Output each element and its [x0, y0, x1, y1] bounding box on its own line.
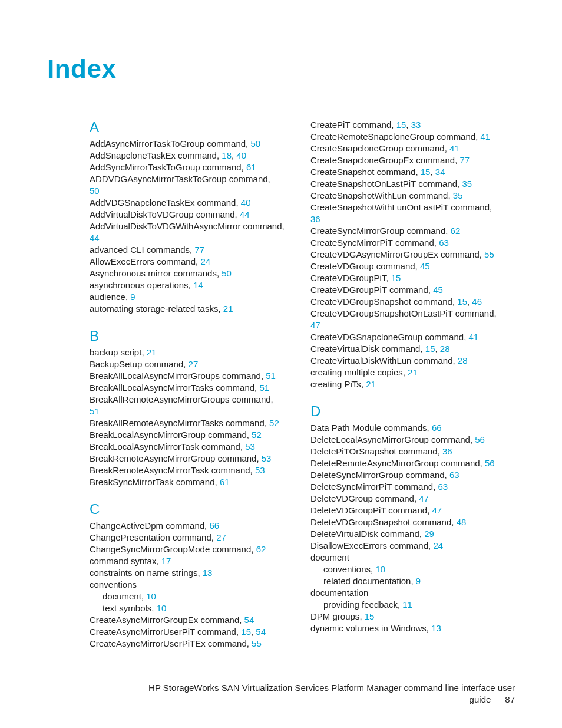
page-reference[interactable]: 56 — [475, 434, 485, 444]
index-entry: DPM groups, 15 — [310, 611, 514, 622]
page-reference[interactable]: 10 — [146, 591, 156, 601]
page-reference[interactable]: 35 — [462, 179, 472, 189]
page-reference[interactable]: 51 — [266, 371, 276, 381]
page-reference[interactable]: 15 — [425, 344, 435, 354]
page-reference[interactable]: 36 — [310, 214, 320, 224]
index-entry: AddSnapcloneTaskEx command, 18, 40 — [90, 150, 293, 162]
page-reference[interactable]: 10 — [375, 564, 385, 574]
page-reference[interactable]: 51 — [90, 406, 100, 416]
entry-text: related documentation — [323, 576, 411, 586]
index-entry: CreateAsyncMirrorUserPiTEx command, 55 — [90, 638, 293, 650]
page-reference[interactable]: 55 — [484, 249, 494, 259]
entry-text: BreakLocalAsyncMirrorTask command — [90, 442, 240, 452]
page-reference[interactable]: 11 — [402, 599, 412, 610]
page-reference[interactable]: 66 — [209, 521, 219, 531]
page-reference[interactable]: 41 — [481, 131, 491, 141]
page-reference[interactable]: 53 — [255, 465, 265, 475]
page-reference[interactable]: 63 — [438, 482, 448, 492]
page-reference[interactable]: 24 — [433, 541, 443, 551]
page-reference[interactable]: 50 — [90, 186, 100, 196]
index-entry: AddVirtualDiskToVDGroup command, 44 — [90, 209, 293, 220]
index-entry: BreakRemoteAsyncMirrorTask command, 53 — [90, 465, 293, 476]
entry-text: automating storage-related tasks — [90, 304, 218, 314]
page-reference[interactable]: 56 — [485, 458, 495, 468]
page-reference[interactable]: 40 — [236, 150, 246, 160]
page-reference[interactable]: 47 — [432, 505, 442, 515]
page-reference[interactable]: 21 — [366, 379, 376, 389]
page-reference[interactable]: 9 — [416, 576, 421, 586]
page-reference[interactable]: 13 — [431, 623, 441, 633]
page-reference[interactable]: 14 — [193, 280, 203, 290]
page-reference[interactable]: 21 — [408, 367, 418, 377]
page-reference[interactable]: 54 — [256, 627, 266, 637]
page-reference[interactable]: 48 — [457, 517, 467, 527]
page-reference[interactable]: 15 — [457, 297, 467, 307]
page-reference[interactable]: 51 — [259, 383, 269, 393]
page-reference[interactable]: 53 — [245, 442, 255, 452]
page-reference[interactable]: 29 — [424, 529, 434, 539]
page-reference[interactable]: 17 — [161, 556, 171, 566]
page-reference[interactable]: 15 — [365, 611, 375, 621]
entry-text: BreakSyncMirrorTask command — [90, 477, 215, 487]
page-reference[interactable]: 27 — [216, 532, 226, 542]
index-entry: BackupSetup command, 27 — [90, 358, 293, 370]
entry-text: CreateVDGAsyncMirrorGroupEx command — [310, 249, 480, 259]
page-reference[interactable]: 21 — [147, 347, 157, 357]
page-reference[interactable]: 52 — [252, 430, 262, 440]
page-reference[interactable]: 41 — [449, 143, 459, 153]
page-reference[interactable]: 13 — [203, 568, 213, 578]
index-entry: CreateVDGroupSnapshotOnLastPiT command, — [310, 308, 514, 319]
page-reference[interactable]: 47 — [310, 320, 320, 330]
page-reference[interactable]: 15 — [396, 120, 406, 130]
page-reference[interactable]: 66 — [432, 423, 442, 433]
page-reference[interactable]: 44 — [90, 233, 100, 243]
entry-text: ChangeSyncMirrorGroupMode command — [90, 544, 251, 554]
index-right-column: CreatePiT command, 15, 33CreateRemoteSna… — [310, 119, 514, 650]
page-reference[interactable]: 28 — [440, 344, 450, 354]
page-reference[interactable]: 62 — [451, 226, 461, 236]
page-reference[interactable]: 15 — [391, 273, 401, 283]
page-reference[interactable]: 46 — [472, 297, 482, 307]
entry-text: CreateVDGSnapcloneGroup command — [310, 332, 464, 342]
page-reference[interactable]: 35 — [453, 190, 463, 200]
page-reference[interactable]: 36 — [442, 446, 452, 456]
page-reference[interactable]: 47 — [419, 493, 429, 503]
page-reference[interactable]: 52 — [269, 418, 279, 428]
entry-text: CreateVirtualDiskWithLun command — [310, 355, 453, 365]
entry-text: CreateSyncMirrorGroup command — [310, 226, 445, 236]
page-reference[interactable]: 18 — [222, 150, 232, 160]
page-reference[interactable]: 9 — [130, 292, 135, 302]
page-reference[interactable]: 41 — [468, 332, 478, 342]
page-reference[interactable]: 33 — [411, 120, 421, 130]
page-reference[interactable]: 10 — [157, 603, 167, 613]
page-reference[interactable]: 77 — [459, 155, 470, 165]
index-entry: creating multiple copies, 21 — [310, 367, 514, 378]
page-reference[interactable]: 50 — [250, 139, 260, 149]
page-reference[interactable]: 61 — [246, 162, 256, 172]
page-reference[interactable]: 63 — [449, 470, 459, 480]
page-reference[interactable]: 61 — [220, 477, 230, 487]
page-reference[interactable]: 55 — [252, 638, 262, 648]
index-entry: documentation — [310, 587, 514, 599]
page-reference[interactable]: 28 — [458, 355, 468, 365]
entry-text: constraints on name strings — [90, 568, 197, 578]
entry-text: creating PiTs — [310, 379, 361, 389]
page-reference[interactable]: 34 — [435, 167, 445, 177]
page-reference[interactable]: 54 — [244, 615, 254, 625]
page-reference[interactable]: 21 — [223, 304, 233, 314]
page-reference[interactable]: 50 — [222, 268, 232, 278]
page-reference[interactable]: 40 — [241, 197, 251, 207]
page-reference[interactable]: 15 — [241, 627, 251, 637]
page-reference[interactable]: 45 — [420, 261, 430, 271]
page-reference[interactable]: 53 — [262, 453, 272, 463]
page-reference[interactable]: 77 — [194, 245, 204, 255]
page-reference[interactable]: 45 — [433, 285, 443, 295]
page-reference[interactable]: 63 — [439, 238, 449, 248]
entry-text: text symbols — [103, 603, 151, 613]
page-reference[interactable]: 44 — [240, 209, 250, 219]
page-reference[interactable]: 62 — [256, 544, 266, 554]
page-reference[interactable]: 27 — [189, 359, 199, 369]
index-entry: ADDVDGAsyncMirrorTaskToGroup command, — [90, 173, 293, 185]
page-reference[interactable]: 24 — [200, 256, 210, 266]
page-reference[interactable]: 15 — [421, 167, 431, 177]
